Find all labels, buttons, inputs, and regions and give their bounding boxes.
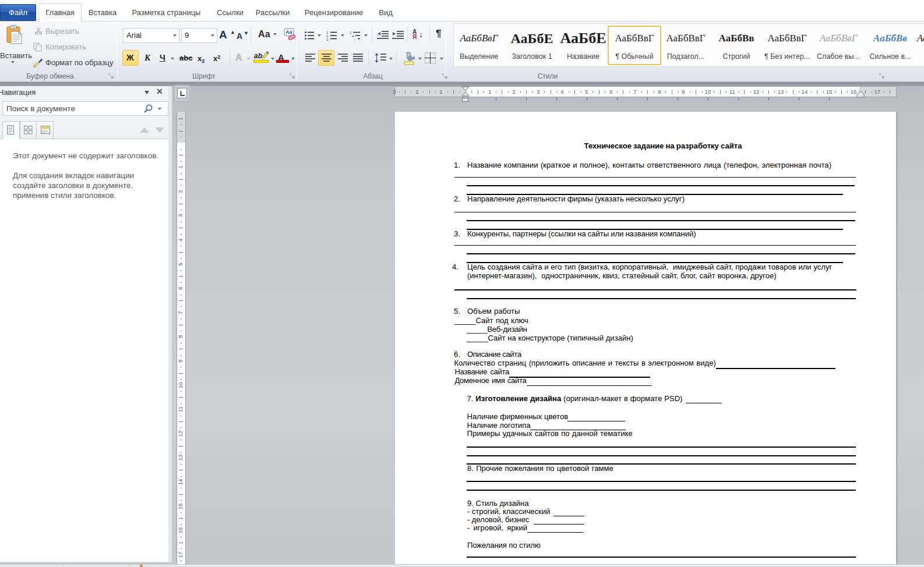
svg-text:3: 3 — [326, 38, 329, 41]
svg-text:Аа: Аа — [285, 29, 293, 35]
svg-text:i: i — [354, 38, 355, 41]
